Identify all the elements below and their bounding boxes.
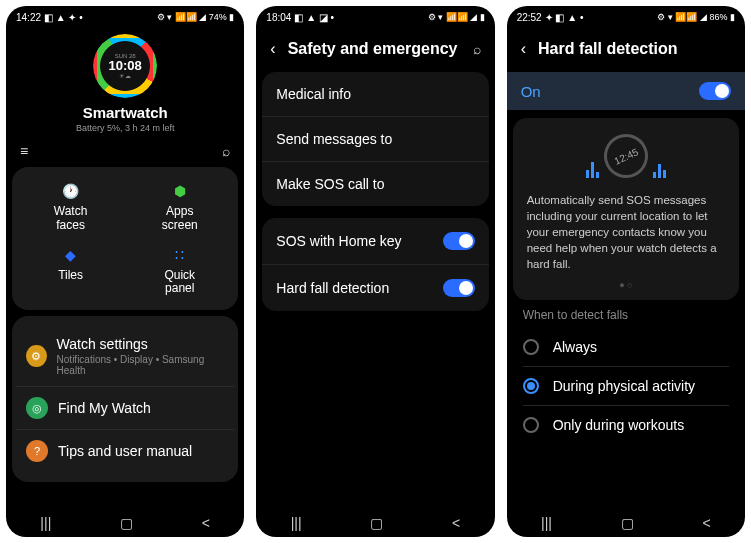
- settings-row[interactable]: ◎ Find My Watch: [16, 386, 234, 429]
- nav-recents[interactable]: |||: [541, 515, 552, 531]
- row-label: Make SOS call to: [276, 176, 384, 192]
- illustration-card: 12:45 Automatically send SOS messages in…: [513, 118, 739, 300]
- row-title: Find My Watch: [58, 400, 151, 416]
- settings-row[interactable]: Make SOS call to: [262, 161, 488, 206]
- battery-status: Battery 5%, 3 h 24 m left: [76, 123, 175, 133]
- tile-icon: ⬢: [170, 181, 190, 201]
- radio-group: Always During physical activity Only dur…: [507, 328, 745, 444]
- settings-row[interactable]: ? Tips and user manual: [16, 429, 234, 472]
- watch-complication-icons: ☀ ☁: [109, 72, 142, 79]
- status-bar: 22:52 ✦ ◧ ▲ • ⚙ ▾ 📶📶 ◢ 86% ▮: [507, 6, 745, 26]
- signal-bars-icon: [652, 164, 667, 178]
- status-bar: 14:22 ◧ ▲ ✦ • ⚙ ▾ 📶📶 ◢ 74% ▮: [6, 6, 244, 26]
- sos-toggles-section: SOS with Home key Hard fall detection: [262, 218, 488, 311]
- tile-watch[interactable]: 🕐 Watchfaces: [16, 177, 125, 237]
- nav-recents[interactable]: |||: [291, 515, 302, 531]
- screen-fall-detection: 22:52 ✦ ◧ ▲ • ⚙ ▾ 📶📶 ◢ 86% ▮ ‹ Hard fall…: [507, 6, 745, 537]
- row-icon: ◎: [26, 397, 48, 419]
- settings-row[interactable]: Hard fall detection: [262, 264, 488, 311]
- watch-time: 10:08: [109, 59, 142, 72]
- page-indicator: ● ○: [527, 280, 725, 290]
- search-icon[interactable]: ⌕: [222, 143, 230, 159]
- nav-bar: ||| ▢ <: [256, 509, 494, 537]
- status-time: 18:04: [266, 12, 291, 23]
- status-left-icons: ◧ ▲ ◪ •: [294, 12, 334, 23]
- search-icon[interactable]: ⌕: [473, 41, 481, 57]
- section-label: When to detect falls: [507, 308, 745, 328]
- tile-label: Quickpanel: [164, 269, 195, 297]
- settings-row[interactable]: Medical info: [262, 72, 488, 116]
- toggle-switch[interactable]: [443, 279, 475, 297]
- status-bar: 18:04 ◧ ▲ ◪ • ⚙ ▾ 📶📶 ◢ ▮: [256, 6, 494, 26]
- radio-option[interactable]: During physical activity: [507, 367, 745, 405]
- toggle-switch[interactable]: [443, 232, 475, 250]
- nav-back[interactable]: <: [202, 515, 210, 531]
- status-right: ⚙ ▾ 📶📶 ◢ 86% ▮: [657, 12, 735, 22]
- nav-bar: ||| ▢ <: [507, 509, 745, 537]
- back-icon[interactable]: ‹: [521, 40, 526, 58]
- row-subtitle: Notifications • Display • Samsung Health: [57, 354, 225, 376]
- status-left-icons: ◧ ▲ ✦ •: [44, 12, 83, 23]
- tile-tiles[interactable]: ◆ Tiles: [16, 241, 125, 301]
- description-text: Automatically send SOS messages includin…: [527, 192, 725, 272]
- row-icon: ⚙: [26, 345, 47, 367]
- tile-quick[interactable]: ∷ Quickpanel: [125, 241, 234, 301]
- quick-tiles-card: 🕐 Watchfaces⬢ Appsscreen◆ Tiles∷ Quickpa…: [12, 167, 238, 310]
- nav-recents[interactable]: |||: [40, 515, 51, 531]
- nav-home[interactable]: ▢: [370, 515, 383, 531]
- settings-list-card: ⚙ Watch settings Notifications • Display…: [12, 316, 238, 482]
- menu-icon[interactable]: ≡: [20, 143, 28, 159]
- row-label: Send messages to: [276, 131, 392, 147]
- toggle-switch[interactable]: [699, 82, 731, 100]
- status-right: ⚙ ▾ 📶📶 ◢ 74% ▮: [157, 12, 235, 22]
- signal-bars-icon: [585, 162, 600, 178]
- tile-label: Tiles: [58, 269, 83, 283]
- nav-bar: ||| ▢ <: [6, 509, 244, 537]
- device-name: Smartwatch: [83, 104, 168, 121]
- nav-home[interactable]: ▢: [120, 515, 133, 531]
- screen-wearable-app: 14:22 ◧ ▲ ✦ • ⚙ ▾ 📶📶 ◢ 74% ▮ SUN 28 10:0…: [6, 6, 244, 537]
- settings-row[interactable]: SOS with Home key: [262, 218, 488, 264]
- radio-icon: [523, 339, 539, 355]
- settings-row[interactable]: ⚙ Watch settings Notifications • Display…: [16, 326, 234, 386]
- status-left-icons: ✦ ◧ ▲ •: [545, 12, 584, 23]
- row-label: Hard fall detection: [276, 280, 389, 296]
- radio-label: Always: [553, 339, 597, 355]
- tile-icon: 🕐: [61, 181, 81, 201]
- screen-safety: 18:04 ◧ ▲ ◪ • ⚙ ▾ 📶📶 ◢ ▮ ‹ Safety and em…: [256, 6, 494, 537]
- settings-row[interactable]: Send messages to: [262, 116, 488, 161]
- radio-label: During physical activity: [553, 378, 695, 394]
- master-toggle-row[interactable]: On: [507, 72, 745, 110]
- tile-icon: ∷: [170, 245, 190, 265]
- nav-home[interactable]: ▢: [621, 515, 634, 531]
- status-time: 14:22: [16, 12, 41, 23]
- page-title: Safety and emergency: [288, 40, 461, 58]
- nav-back[interactable]: <: [452, 515, 460, 531]
- page-title: Hard fall detection: [538, 40, 731, 58]
- status-time: 22:52: [517, 12, 542, 23]
- tile-label: Watchfaces: [54, 205, 88, 233]
- radio-option[interactable]: Always: [507, 328, 745, 366]
- row-icon: ?: [26, 440, 48, 462]
- radio-option[interactable]: Only during workouts: [507, 406, 745, 444]
- nav-back[interactable]: <: [702, 515, 710, 531]
- row-title: Watch settings: [57, 336, 225, 352]
- watch-preview[interactable]: SUN 28 10:08 ☀ ☁ Smartwatch Battery 5%, …: [6, 26, 244, 139]
- watch-illustration-icon: 12:45: [597, 127, 655, 185]
- status-right: ⚙ ▾ 📶📶 ◢ ▮: [428, 12, 485, 22]
- radio-icon: [523, 378, 539, 394]
- emergency-contacts-section: Medical infoSend messages toMake SOS cal…: [262, 72, 488, 206]
- radio-label: Only during workouts: [553, 417, 685, 433]
- row-label: SOS with Home key: [276, 233, 401, 249]
- radio-icon: [523, 417, 539, 433]
- row-label: Medical info: [276, 86, 351, 102]
- on-label: On: [521, 83, 541, 100]
- tile-icon: ◆: [61, 245, 81, 265]
- tile-apps[interactable]: ⬢ Appsscreen: [125, 177, 234, 237]
- row-title: Tips and user manual: [58, 443, 192, 459]
- back-icon[interactable]: ‹: [270, 40, 275, 58]
- tile-label: Appsscreen: [162, 205, 198, 233]
